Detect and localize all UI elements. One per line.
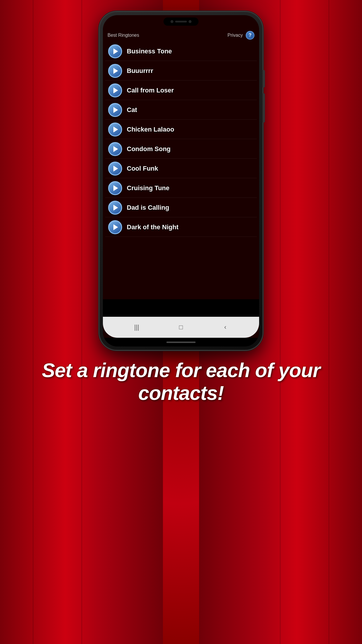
header-right: Privacy ?	[228, 31, 254, 40]
phone-outer-frame: Best Ringtones Privacy ? Business ToneBu…	[99, 12, 263, 350]
ringtone-name: Chicken Lalaoo	[127, 126, 174, 133]
play-button[interactable]	[108, 44, 122, 58]
play-button[interactable]	[108, 201, 122, 215]
privacy-link[interactable]: Privacy	[228, 33, 243, 38]
back-nav-icon[interactable]: ‹	[219, 321, 231, 333]
play-button[interactable]	[108, 123, 122, 136]
notch	[164, 18, 198, 26]
ringtone-item[interactable]: Dark of the Night	[105, 218, 257, 237]
phone-mockup: Best Ringtones Privacy ? Business ToneBu…	[99, 12, 263, 350]
sensor	[189, 20, 191, 23]
promo-text-block: Set a ringtone for each of your contacts…	[0, 359, 362, 404]
home-bar	[166, 342, 196, 343]
ringtone-name: Dark of the Night	[127, 223, 178, 231]
ringtone-item[interactable]: Business Tone	[105, 42, 257, 61]
home-nav-icon[interactable]: □	[175, 321, 187, 333]
play-icon	[113, 146, 118, 152]
phone-screen: Best Ringtones Privacy ? Business ToneBu…	[103, 15, 259, 346]
ringtone-name: Call from Loser	[127, 87, 174, 94]
play-icon	[113, 107, 118, 113]
ringtone-name: Cat	[127, 106, 137, 114]
notch-bar	[103, 15, 259, 30]
ringtone-item[interactable]: Cruising Tune	[105, 179, 257, 198]
home-indicator	[103, 338, 259, 346]
ringtone-name: Condom Song	[127, 145, 171, 153]
navigation-bar: ||| □ ‹	[103, 317, 259, 338]
ringtone-name: Business Tone	[127, 48, 172, 55]
ringtone-item[interactable]: Buuurrrr	[105, 62, 257, 80]
play-icon	[113, 68, 118, 74]
ringtone-list: Business ToneBuuurrrrCall from LoserCatC…	[103, 41, 259, 299]
ringtone-name: Buuurrrr	[127, 67, 153, 75]
ringtone-name: Cruising Tune	[127, 184, 169, 192]
play-icon	[113, 166, 118, 172]
play-icon	[113, 224, 118, 230]
app-title: Best Ringtones	[108, 33, 139, 38]
ringtone-item[interactable]: Condom Song	[105, 140, 257, 159]
play-button[interactable]	[108, 162, 122, 176]
play-button[interactable]	[108, 181, 122, 195]
app-header: Best Ringtones Privacy ?	[103, 30, 259, 41]
play-icon	[113, 127, 118, 132]
play-button[interactable]	[108, 142, 122, 156]
play-button[interactable]	[108, 83, 122, 97]
ringtone-name: Cool Funk	[127, 165, 158, 172]
menu-nav-icon[interactable]: |||	[131, 321, 143, 333]
front-camera	[171, 20, 173, 23]
ringtone-item[interactable]: Chicken Lalaoo	[105, 120, 257, 139]
earpiece-speaker	[175, 21, 187, 22]
play-button[interactable]	[108, 64, 122, 78]
play-button[interactable]	[108, 103, 122, 117]
screen-bottom-black	[103, 299, 259, 317]
play-button[interactable]	[108, 220, 122, 234]
ringtone-item[interactable]: Cool Funk	[105, 159, 257, 178]
play-icon	[113, 48, 118, 54]
play-icon	[113, 205, 118, 211]
ringtone-name: Dad is Calling	[127, 204, 169, 211]
play-icon	[113, 185, 118, 191]
promo-text: Set a ringtone for each of your contacts…	[17, 359, 345, 404]
play-icon	[113, 88, 118, 93]
ringtone-item[interactable]: Dad is Calling	[105, 198, 257, 217]
ringtone-item[interactable]: Cat	[105, 101, 257, 120]
help-button[interactable]: ?	[246, 31, 254, 40]
ringtone-item[interactable]: Call from Loser	[105, 81, 257, 100]
